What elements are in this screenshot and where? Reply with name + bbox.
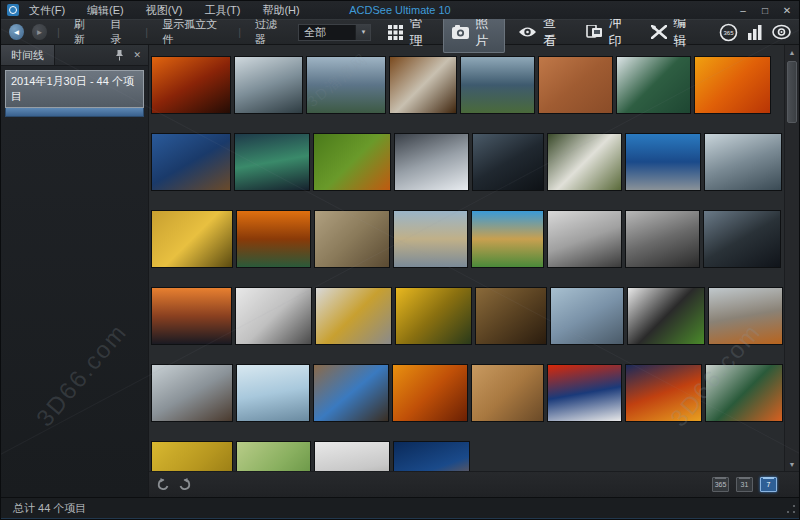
photo-thumb-temple-night[interactable]	[625, 364, 703, 422]
panel-close-icon[interactable]: ✕	[133, 50, 141, 60]
panel-tools: ✕	[115, 45, 148, 65]
photo-thumb-snow-monkey[interactable]	[151, 364, 233, 422]
scrollbar-track[interactable]	[785, 59, 799, 457]
title-bar: 文件(F) 编辑(E) 视图(V) 工具(T) 帮助(H) ACDSee Ult…	[1, 1, 799, 19]
timeline-entry-selected[interactable]: 2014年1月30日 - 44 个项目	[5, 70, 144, 108]
minimize-icon[interactable]: –	[737, 5, 749, 16]
photo-thumb-tidal-island-bw[interactable]	[625, 210, 700, 268]
photo-thumb-coastal-cliffs[interactable]	[460, 56, 535, 114]
timeline-scale-controls: 365 31 7	[712, 477, 777, 492]
catalog-button[interactable]: 目录	[107, 15, 136, 49]
menu-tools[interactable]: 工具(T)	[204, 3, 240, 18]
main-toolbar: ◄ ► | 刷新 目录 | 显示孤立文件 | 过滤器 全部 ▼ 管理	[1, 19, 799, 45]
timeline-month-button[interactable]: 31	[736, 477, 753, 492]
photo-thumb-panda[interactable]	[627, 287, 705, 345]
toolbar-separator: |	[236, 26, 243, 38]
photo-thumb-beach-groynes[interactable]	[471, 210, 544, 268]
photo-thumb-topiary-spiral[interactable]	[313, 133, 391, 191]
refresh-button[interactable]: 刷新	[70, 15, 99, 49]
photo-row	[151, 210, 783, 268]
photo-thumb-lava-abstract[interactable]	[694, 56, 771, 114]
photo-thumb-eagle-nest[interactable]	[475, 287, 547, 345]
photo-thumb-crater-lake[interactable]	[625, 133, 701, 191]
photo-thumb-fire-dancers[interactable]	[547, 364, 622, 422]
photo-thumb-geyser-herd-bw[interactable]	[547, 210, 622, 268]
scroll-down-icon[interactable]: ▼	[785, 457, 799, 471]
filter-dropdown[interactable]: 全部 ▼	[298, 24, 371, 41]
photo-grid	[149, 45, 799, 471]
photo-thumb-aerial-interchange-bw[interactable]	[235, 287, 312, 345]
photo-thumb-grotto-pool[interactable]	[313, 364, 389, 422]
photo-thumb-crane-in-field[interactable]	[393, 210, 468, 268]
photo-thumb-koi-mist[interactable]	[705, 364, 783, 422]
photo-thumb-foggy-foothills[interactable]	[708, 287, 784, 345]
photo-thumb-misty-fjord[interactable]	[306, 56, 386, 114]
photo-row	[151, 287, 783, 345]
photo-thumb-spring-meadow[interactable]	[236, 441, 311, 471]
rotate-controls	[157, 478, 191, 491]
timeline-panel-header: 时间线 ✕	[1, 45, 148, 66]
photo-thumb-night-harbor[interactable]	[151, 133, 231, 191]
back-icon[interactable]: ◄	[9, 24, 24, 40]
dashboard-chart-icon[interactable]	[747, 25, 763, 40]
scroll-up-icon[interactable]: ▲	[785, 45, 799, 59]
acdsee-365-icon[interactable]: 365	[719, 23, 738, 42]
menu-help[interactable]: 帮助(H)	[262, 3, 299, 18]
photo-thumb-glowing-arches[interactable]	[236, 210, 311, 268]
photo-thumb-alpine-ridge[interactable]	[703, 210, 781, 268]
photo-thumb-golden-canola[interactable]	[151, 441, 233, 471]
photo-thumb-frosted-viaduct[interactable]	[550, 287, 625, 345]
menu-edit[interactable]: 编辑(E)	[87, 3, 124, 18]
photo-thumb-dim-sum[interactable]	[471, 364, 544, 422]
photo-thumb-village-night[interactable]	[393, 441, 470, 471]
photo-row	[151, 133, 783, 191]
photo-thumb-yellow-moth[interactable]	[151, 210, 233, 268]
menu-file[interactable]: 文件(F)	[29, 3, 65, 18]
photo-thumb-autumn-waterfall[interactable]	[389, 56, 457, 114]
show-orphaned-button[interactable]: 显示孤立文件	[158, 15, 228, 49]
status-bar: 总计 44 个项目	[1, 497, 799, 520]
photo-thumb-fireworks[interactable]	[151, 56, 231, 114]
filter-label: 过滤器	[251, 15, 290, 49]
tab-timeline[interactable]: 时间线	[1, 45, 55, 65]
resize-grip[interactable]	[786, 504, 796, 514]
photo-thumb-winter-creek[interactable]	[704, 133, 782, 191]
menu-bar: 文件(F) 编辑(E) 视图(V) 工具(T) 帮助(H)	[29, 3, 300, 18]
content-area: 时间线 ✕ 2014年1月30日 - 44 个项目 ▲	[1, 45, 799, 497]
photo-thumb-sunflower[interactable]	[395, 287, 472, 345]
toolbar-separator: |	[143, 26, 150, 38]
photo-thumb-winter-farmstead[interactable]	[314, 441, 390, 471]
photo-thumb-storm-wave[interactable]	[472, 133, 544, 191]
window-controls: – □ ✕	[737, 5, 793, 16]
photo-thumb-pine-marten-snow[interactable]	[315, 287, 393, 345]
seedrive-sync-icon[interactable]	[772, 24, 791, 40]
photo-thumb-lantern-shrine[interactable]	[392, 364, 469, 422]
photo-thumb-ice-hall[interactable]	[236, 364, 311, 422]
toolbar-separator: |	[55, 26, 62, 38]
photo-thumb-snowy-forest[interactable]	[234, 56, 303, 114]
timeline-year-button[interactable]: 365	[712, 477, 729, 492]
chevron-down-icon[interactable]: ▼	[355, 25, 370, 40]
rotate-right-icon[interactable]	[178, 478, 191, 491]
photo-thumb-aurora[interactable]	[234, 133, 310, 191]
photo-thumb-seabird-chicks[interactable]	[547, 133, 622, 191]
photo-thumb-kangaroo[interactable]	[538, 56, 613, 114]
edit-icon	[651, 25, 667, 39]
close-icon[interactable]: ✕	[781, 5, 793, 16]
rotate-left-icon[interactable]	[157, 478, 170, 491]
photo-pane: ▲ ▼	[149, 45, 799, 497]
toolbar-extra-icons: 365	[713, 23, 791, 42]
photo-thumb-pebble-mosaic[interactable]	[314, 210, 390, 268]
photo-thumb-palm-sunset[interactable]	[151, 287, 232, 345]
photo-thumb-chamois-snow[interactable]	[394, 133, 469, 191]
timeline-day-button[interactable]: 7	[760, 477, 777, 492]
pin-icon[interactable]	[115, 50, 124, 61]
forward-icon[interactable]: ►	[32, 24, 47, 40]
menu-view[interactable]: 视图(V)	[146, 3, 183, 18]
vertical-scrollbar[interactable]: ▲ ▼	[784, 45, 799, 471]
maximize-icon[interactable]: □	[759, 5, 771, 16]
scrollbar-thumb[interactable]	[787, 61, 797, 123]
grid-icon	[388, 25, 403, 40]
photo-row	[151, 56, 783, 114]
photo-thumb-ice-floe[interactable]	[616, 56, 691, 114]
